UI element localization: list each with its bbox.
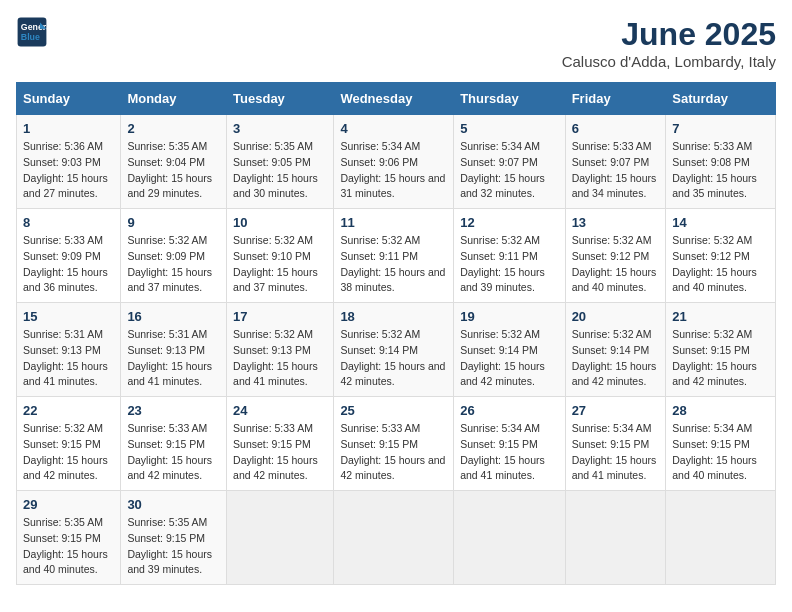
- calendar-cell: 12 Sunrise: 5:32 AM Sunset: 9:11 PM Dayl…: [454, 209, 565, 303]
- day-info: Sunrise: 5:32 AM Sunset: 9:11 PM Dayligh…: [340, 233, 447, 296]
- day-number: 27: [572, 403, 660, 418]
- day-info: Sunrise: 5:32 AM Sunset: 9:11 PM Dayligh…: [460, 233, 558, 296]
- calendar-cell: 22 Sunrise: 5:32 AM Sunset: 9:15 PM Dayl…: [17, 397, 121, 491]
- day-info: Sunrise: 5:36 AM Sunset: 9:03 PM Dayligh…: [23, 139, 114, 202]
- header-row: Sunday Monday Tuesday Wednesday Thursday…: [17, 83, 776, 115]
- day-number: 16: [127, 309, 220, 324]
- page-title: June 2025: [562, 16, 776, 53]
- day-number: 15: [23, 309, 114, 324]
- day-number: 17: [233, 309, 327, 324]
- calendar-cell: 4 Sunrise: 5:34 AM Sunset: 9:06 PM Dayli…: [334, 115, 454, 209]
- day-number: 19: [460, 309, 558, 324]
- day-number: 21: [672, 309, 769, 324]
- svg-text:Blue: Blue: [21, 32, 40, 42]
- calendar-cell: 26 Sunrise: 5:34 AM Sunset: 9:15 PM Dayl…: [454, 397, 565, 491]
- day-info: Sunrise: 5:34 AM Sunset: 9:15 PM Dayligh…: [572, 421, 660, 484]
- calendar-cell: 23 Sunrise: 5:33 AM Sunset: 9:15 PM Dayl…: [121, 397, 227, 491]
- calendar-cell: 11 Sunrise: 5:32 AM Sunset: 9:11 PM Dayl…: [334, 209, 454, 303]
- day-number: 11: [340, 215, 447, 230]
- header-wednesday: Wednesday: [334, 83, 454, 115]
- calendar-cell: 19 Sunrise: 5:32 AM Sunset: 9:14 PM Dayl…: [454, 303, 565, 397]
- day-number: 28: [672, 403, 769, 418]
- calendar-cell: 15 Sunrise: 5:31 AM Sunset: 9:13 PM Dayl…: [17, 303, 121, 397]
- day-info: Sunrise: 5:35 AM Sunset: 9:04 PM Dayligh…: [127, 139, 220, 202]
- calendar-cell: 2 Sunrise: 5:35 AM Sunset: 9:04 PM Dayli…: [121, 115, 227, 209]
- calendar-cell: 3 Sunrise: 5:35 AM Sunset: 9:05 PM Dayli…: [227, 115, 334, 209]
- day-number: 26: [460, 403, 558, 418]
- day-number: 8: [23, 215, 114, 230]
- day-number: 6: [572, 121, 660, 136]
- day-info: Sunrise: 5:35 AM Sunset: 9:15 PM Dayligh…: [127, 515, 220, 578]
- day-number: 30: [127, 497, 220, 512]
- day-info: Sunrise: 5:32 AM Sunset: 9:15 PM Dayligh…: [672, 327, 769, 390]
- day-number: 13: [572, 215, 660, 230]
- day-number: 1: [23, 121, 114, 136]
- day-info: Sunrise: 5:34 AM Sunset: 9:06 PM Dayligh…: [340, 139, 447, 202]
- calendar-cell: 29 Sunrise: 5:35 AM Sunset: 9:15 PM Dayl…: [17, 491, 121, 585]
- calendar-cell: 7 Sunrise: 5:33 AM Sunset: 9:08 PM Dayli…: [666, 115, 776, 209]
- header-thursday: Thursday: [454, 83, 565, 115]
- day-info: Sunrise: 5:33 AM Sunset: 9:15 PM Dayligh…: [233, 421, 327, 484]
- day-number: 18: [340, 309, 447, 324]
- day-info: Sunrise: 5:32 AM Sunset: 9:15 PM Dayligh…: [23, 421, 114, 484]
- calendar-cell: 6 Sunrise: 5:33 AM Sunset: 9:07 PM Dayli…: [565, 115, 666, 209]
- day-info: Sunrise: 5:34 AM Sunset: 9:15 PM Dayligh…: [460, 421, 558, 484]
- day-info: Sunrise: 5:33 AM Sunset: 9:08 PM Dayligh…: [672, 139, 769, 202]
- day-number: 3: [233, 121, 327, 136]
- calendar-cell: 13 Sunrise: 5:32 AM Sunset: 9:12 PM Dayl…: [565, 209, 666, 303]
- day-info: Sunrise: 5:31 AM Sunset: 9:13 PM Dayligh…: [23, 327, 114, 390]
- calendar-cell: 30 Sunrise: 5:35 AM Sunset: 9:15 PM Dayl…: [121, 491, 227, 585]
- day-info: Sunrise: 5:33 AM Sunset: 9:15 PM Dayligh…: [340, 421, 447, 484]
- day-info: Sunrise: 5:35 AM Sunset: 9:05 PM Dayligh…: [233, 139, 327, 202]
- calendar-header: Sunday Monday Tuesday Wednesday Thursday…: [17, 83, 776, 115]
- day-number: 10: [233, 215, 327, 230]
- day-info: Sunrise: 5:34 AM Sunset: 9:07 PM Dayligh…: [460, 139, 558, 202]
- day-info: Sunrise: 5:33 AM Sunset: 9:07 PM Dayligh…: [572, 139, 660, 202]
- day-number: 20: [572, 309, 660, 324]
- day-number: 22: [23, 403, 114, 418]
- day-info: Sunrise: 5:34 AM Sunset: 9:15 PM Dayligh…: [672, 421, 769, 484]
- calendar-cell: 18 Sunrise: 5:32 AM Sunset: 9:14 PM Dayl…: [334, 303, 454, 397]
- day-info: Sunrise: 5:35 AM Sunset: 9:15 PM Dayligh…: [23, 515, 114, 578]
- calendar-row: 22 Sunrise: 5:32 AM Sunset: 9:15 PM Dayl…: [17, 397, 776, 491]
- calendar-cell: 16 Sunrise: 5:31 AM Sunset: 9:13 PM Dayl…: [121, 303, 227, 397]
- day-number: 2: [127, 121, 220, 136]
- day-number: 12: [460, 215, 558, 230]
- calendar-cell: 1 Sunrise: 5:36 AM Sunset: 9:03 PM Dayli…: [17, 115, 121, 209]
- calendar-cell: 14 Sunrise: 5:32 AM Sunset: 9:12 PM Dayl…: [666, 209, 776, 303]
- calendar-cell: [227, 491, 334, 585]
- day-info: Sunrise: 5:31 AM Sunset: 9:13 PM Dayligh…: [127, 327, 220, 390]
- day-number: 24: [233, 403, 327, 418]
- header-sunday: Sunday: [17, 83, 121, 115]
- calendar-cell: [454, 491, 565, 585]
- header-monday: Monday: [121, 83, 227, 115]
- day-info: Sunrise: 5:33 AM Sunset: 9:15 PM Dayligh…: [127, 421, 220, 484]
- day-info: Sunrise: 5:33 AM Sunset: 9:09 PM Dayligh…: [23, 233, 114, 296]
- day-info: Sunrise: 5:32 AM Sunset: 9:14 PM Dayligh…: [460, 327, 558, 390]
- calendar-row: 1 Sunrise: 5:36 AM Sunset: 9:03 PM Dayli…: [17, 115, 776, 209]
- day-number: 5: [460, 121, 558, 136]
- header-friday: Friday: [565, 83, 666, 115]
- calendar-cell: 21 Sunrise: 5:32 AM Sunset: 9:15 PM Dayl…: [666, 303, 776, 397]
- day-info: Sunrise: 5:32 AM Sunset: 9:14 PM Dayligh…: [572, 327, 660, 390]
- logo: General Blue: [16, 16, 48, 48]
- calendar-row: 8 Sunrise: 5:33 AM Sunset: 9:09 PM Dayli…: [17, 209, 776, 303]
- calendar-row: 15 Sunrise: 5:31 AM Sunset: 9:13 PM Dayl…: [17, 303, 776, 397]
- day-info: Sunrise: 5:32 AM Sunset: 9:12 PM Dayligh…: [672, 233, 769, 296]
- day-number: 7: [672, 121, 769, 136]
- title-area: June 2025 Calusco d'Adda, Lombardy, Ital…: [562, 16, 776, 70]
- calendar-body: 1 Sunrise: 5:36 AM Sunset: 9:03 PM Dayli…: [17, 115, 776, 585]
- day-number: 14: [672, 215, 769, 230]
- day-number: 25: [340, 403, 447, 418]
- calendar-cell: 5 Sunrise: 5:34 AM Sunset: 9:07 PM Dayli…: [454, 115, 565, 209]
- day-number: 29: [23, 497, 114, 512]
- calendar-cell: [666, 491, 776, 585]
- calendar-cell: 17 Sunrise: 5:32 AM Sunset: 9:13 PM Dayl…: [227, 303, 334, 397]
- logo-icon: General Blue: [16, 16, 48, 48]
- calendar-cell: 28 Sunrise: 5:34 AM Sunset: 9:15 PM Dayl…: [666, 397, 776, 491]
- day-number: 4: [340, 121, 447, 136]
- page-header: General Blue June 2025 Calusco d'Adda, L…: [16, 16, 776, 70]
- day-info: Sunrise: 5:32 AM Sunset: 9:09 PM Dayligh…: [127, 233, 220, 296]
- header-saturday: Saturday: [666, 83, 776, 115]
- calendar-cell: 9 Sunrise: 5:32 AM Sunset: 9:09 PM Dayli…: [121, 209, 227, 303]
